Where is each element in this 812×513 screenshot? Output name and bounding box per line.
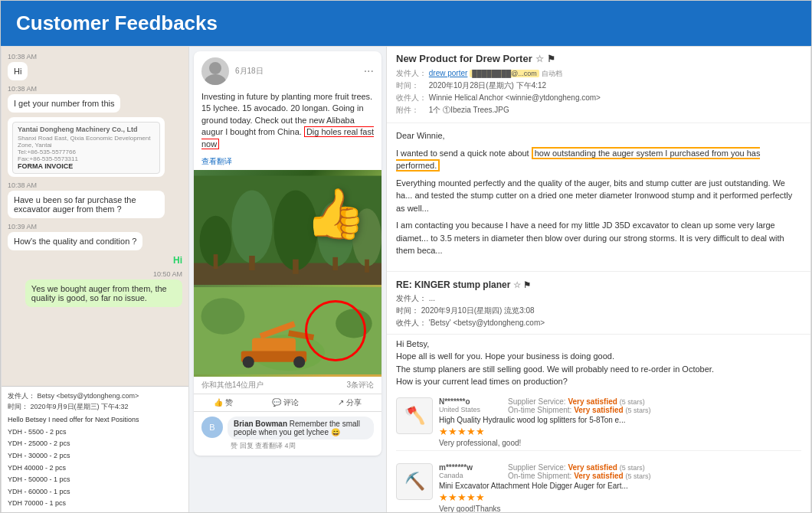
review-shipment-row: On-time Shipment: Very satisfied (5 star…: [508, 406, 650, 414]
email-thread-1: New Product for Drew Porter ☆ ⚑ 发件人： dre…: [387, 47, 810, 123]
svg-point-0: [209, 62, 221, 74]
comment-content: Brian Bowman Remember the small people w…: [228, 417, 374, 451]
review-stars-2: ★★★★★: [439, 492, 801, 503]
chat-bubble-4: 10:38 AM Have u been so far purchase the…: [8, 181, 182, 218]
commenter-avatar: B: [201, 417, 223, 438]
chat-bubble-invoice: Yantai Dongheng Machinery Co., Ltd Shanx…: [8, 117, 182, 177]
email-2-to: 收件人： 'Betsy' <betsy@ytdongheng.com>: [396, 317, 801, 329]
svg-point-23: [293, 356, 305, 368]
right-panel: New Product for Drew Porter ☆ ⚑ 发件人： dre…: [387, 47, 810, 513]
email-body-line-0: Hello Betsey I need offer for Next Posit…: [8, 415, 182, 425]
invoice-bubble: Yantai Dongheng Machinery Co., Ltd Shanx…: [8, 117, 165, 177]
review-user-row-1: N*******o United States Supplier Service…: [439, 397, 801, 414]
email-body-line-2: YDH - 25000 - 2 pcs: [8, 439, 182, 449]
svg-rect-7: [249, 256, 255, 270]
svg-rect-5: [214, 254, 218, 269]
review-user-1: N*******o United States: [439, 397, 493, 413]
chat-bubble-hi: Hi: [8, 255, 182, 266]
fb-translate-link[interactable]: 查看翻译: [194, 155, 381, 170]
mid-panel: 6月18日 ··· Investing in future by plantin…: [189, 47, 387, 513]
invoice-image: Yantai Dongheng Machinery Co., Ltd Shanx…: [12, 122, 160, 174]
email-2-subject: RE: KINGER stump planer ☆ ⚑: [396, 279, 801, 290]
review-info-2: m*******w Canada Supplier Service: Very …: [439, 463, 801, 513]
email-body-para1: Everything mounted perfectly and the qua…: [396, 177, 801, 215]
fb-post-header: 6月18日 ···: [194, 51, 381, 88]
email-meta-left: 发件人： Betsy <betsy@ytdongheng.com> 时间： 20…: [8, 391, 182, 412]
email-2-greeting: Hi Betsy,: [396, 338, 801, 351]
fb-comment-button[interactable]: 💬 评论: [272, 397, 299, 408]
email-1-from: 发件人： drew porter ████████@...com 自动档: [396, 67, 801, 80]
chat-bubble-sent: 10:50 AM Yes we bought auger from them, …: [8, 270, 182, 307]
svg-rect-13: [365, 260, 369, 273]
email-from-row: 发件人： Betsy <betsy@ytdongheng.com>: [8, 391, 182, 402]
email-body-para2: I am contacting you because I have a nee…: [396, 219, 801, 257]
pre-highlight: I wanted to send a quick note about: [396, 149, 532, 158]
fb-name-date: 6月18日: [235, 66, 364, 77]
svg-rect-11: [332, 257, 338, 270]
email-section-left: 发件人： Betsy <betsy@ytdongheng.com> 时间： 20…: [2, 386, 188, 513]
review-info-1: N*******o United States Supplier Service…: [439, 397, 801, 447]
bubble-content-2: I get your number from this: [8, 94, 120, 113]
email-1-attachment: 附件： 1个 ①Ibezia Trees.JPG: [396, 104, 801, 116]
bubble-time-2: 10:38 AM: [8, 85, 37, 93]
commenter-name: Brian Bowman: [234, 420, 287, 428]
email-sender-domain: ████████@...com: [470, 70, 539, 77]
email-1-date: 时间： 2020年10月28日(星期六) 下午4:12: [396, 80, 801, 92]
star-icon-2[interactable]: ☆: [513, 280, 521, 289]
review-product-img-2: ⛏️: [396, 463, 433, 500]
svg-point-1: [205, 74, 226, 85]
email-sender-name[interactable]: drew porter: [429, 69, 468, 77]
fb-images: 👍: [194, 170, 381, 377]
svg-point-15: [201, 298, 244, 334]
fb-more-icon[interactable]: ···: [364, 64, 374, 78]
svg-point-22: [243, 356, 254, 368]
comment-meta: 赞 回复 查看翻译 4周: [228, 441, 374, 451]
email-2-meta: 发件人： ... 时间： 2020年9月10日(星期四) 流览3:08 收件人：…: [396, 292, 801, 329]
fb-reaction-count: 你和其他14位用户: [201, 380, 264, 390]
bubble-time-sent: 10:50 AM: [153, 270, 182, 278]
review-card-1: 🪓 N*******o United States Supplier Servi…: [396, 394, 801, 451]
email-body-line-5: YDH - 50000 - 1 pcs: [8, 475, 182, 485]
email-2-line2: The stump planers are still selling good…: [396, 363, 801, 376]
email-body-left: Hello Betsey I need offer for Next Posit…: [8, 415, 182, 508]
email-body-line-6: YDH - 60000 - 1 pcs: [8, 487, 182, 497]
fb-avatar: [201, 57, 229, 85]
fb-image-bottom: [194, 285, 381, 377]
email-greeting: Dear Winnie,: [396, 129, 801, 142]
email-divider: [387, 271, 810, 272]
like-icon: 👍: [214, 398, 223, 407]
review-supplier-row-2: Supplier Service: Very satisfied (5 star…: [508, 463, 650, 472]
hi-text: Hi: [173, 255, 182, 266]
fb-post-text: Investing in future by planting more fru…: [194, 88, 381, 155]
bubble-time-4: 10:38 AM: [8, 181, 37, 189]
invoice-fax: Fax:+86-535-5573311: [18, 155, 155, 162]
bubble-content-sent: Yes we bought auger from them, the quali…: [25, 279, 182, 307]
chat-bubble-5: 10:39 AM How's the quality and condition…: [8, 223, 182, 250]
fb-like-button[interactable]: 👍 赞: [214, 397, 233, 408]
auto-tag: 自动档: [542, 70, 562, 77]
thumbs-up-icon: 👍: [305, 185, 366, 243]
excavator-circle: [305, 300, 366, 361]
fb-share-button[interactable]: ↗ 分享: [338, 397, 362, 408]
email-1-body: Dear Winnie, I wanted to send a quick no…: [387, 123, 810, 268]
email-thread-2: RE: KINGER stump planer ☆ ⚑ 发件人： ... 时间：…: [387, 275, 810, 335]
flag-icon: ⚑: [547, 54, 555, 64]
fb-reactions: 你和其他14位用户 3条评论: [194, 377, 381, 394]
review-user-2: m*******w Canada: [439, 463, 493, 479]
star-icon[interactable]: ☆: [535, 54, 544, 64]
email-2-line1: Hope all is well for you. Hope your busi…: [396, 350, 801, 363]
left-panel: 10:38 AM Hi 10:38 AM I get your number f…: [2, 47, 189, 513]
page-header: Customer Feedbacks: [1, 1, 811, 46]
bubble-content-4: Have u been so far purchase the excavato…: [8, 191, 165, 218]
review-user-row-2: m*******w Canada Supplier Service: Very …: [439, 463, 801, 480]
email-2-line3: How is your current lead times on produc…: [396, 375, 801, 388]
facebook-post: 6月18日 ··· Investing in future by plantin…: [194, 51, 381, 456]
share-icon: ↗: [338, 398, 344, 407]
invoice-title: FORMA INVOICE: [18, 162, 155, 170]
email-2-date: 时间： 2020年9月10日(星期四) 流览3:08: [396, 305, 801, 317]
email-body-line-3: YDH - 30000 - 2 pcs: [8, 451, 182, 461]
email-date-row: 时间： 2020年9月9日(星期三) 下午4:32: [8, 402, 182, 413]
review-shipment-row-2: On-time Shipment: Very satisfied (5 star…: [508, 472, 650, 480]
review-product-title-2: Mini Excavator Attachment Hole Digger Au…: [439, 482, 801, 490]
chat-bubble-2: 10:38 AM I get your number from this: [8, 85, 182, 113]
